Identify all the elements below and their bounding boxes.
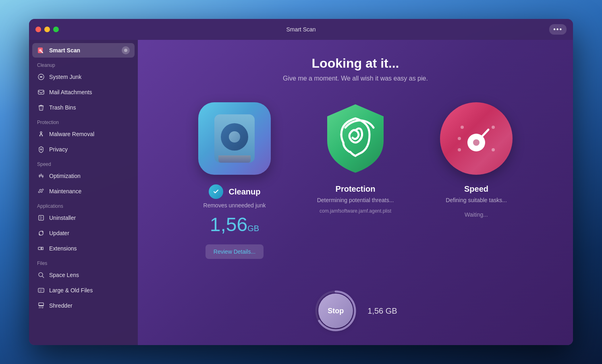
sidebar-large-old-files-label: Large & Old Files bbox=[49, 287, 93, 294]
svg-rect-24 bbox=[39, 303, 44, 306]
svg-point-8 bbox=[39, 135, 41, 136]
section-label-files: Files bbox=[29, 256, 138, 268]
protection-subtitle: Determining potential threats... bbox=[317, 197, 394, 203]
large-old-files-icon bbox=[37, 286, 45, 294]
cleanup-card-title: Cleanup bbox=[229, 187, 261, 196]
section-label-protection: Protection bbox=[29, 116, 138, 127]
svg-line-20 bbox=[42, 276, 44, 278]
section-label-speed: Speed bbox=[29, 157, 138, 169]
svg-point-3 bbox=[124, 49, 127, 52]
system-junk-icon bbox=[37, 73, 45, 81]
svg-point-7 bbox=[40, 132, 42, 133]
trash-bins-icon bbox=[37, 103, 45, 112]
svg-point-33 bbox=[473, 139, 480, 146]
desktop: Smart Scan ••• Smart Scan bbox=[0, 0, 602, 364]
sidebar-item-large-old-files[interactable]: Large & Old Files bbox=[32, 283, 135, 298]
protection-icon-wrapper bbox=[319, 102, 392, 175]
svg-point-9 bbox=[42, 135, 43, 136]
cards-row: Cleanup Removes unneeded junk 1,56GB Rev… bbox=[162, 102, 549, 259]
svg-point-30 bbox=[458, 148, 461, 151]
content-subtitle: Give me a moment. We all wish it was eas… bbox=[283, 75, 428, 82]
bottom-bar: Stop 1,56 GB bbox=[313, 289, 397, 333]
svg-rect-21 bbox=[38, 288, 44, 292]
sidebar-smart-scan-label: Smart Scan bbox=[49, 47, 80, 54]
review-details-button[interactable]: Review Details... bbox=[206, 244, 264, 259]
sidebar-item-smart-scan[interactable]: Smart Scan bbox=[32, 43, 135, 58]
speed-card-title: Speed bbox=[464, 184, 488, 194]
section-label-applications: Applications bbox=[29, 199, 138, 211]
total-size-text: 1,56 GB bbox=[367, 306, 397, 316]
stop-button-wrapper: Stop bbox=[313, 289, 358, 333]
svg-point-19 bbox=[39, 273, 43, 277]
cleanup-size: 1,56GB bbox=[210, 213, 259, 236]
speed-icon-wrapper bbox=[440, 102, 513, 175]
minimize-button[interactable] bbox=[44, 27, 50, 32]
protection-file-hint: com.jamfsoftware.jamf.agent.plist bbox=[320, 208, 391, 214]
content-title: Looking at it... bbox=[312, 56, 399, 71]
more-button[interactable]: ••• bbox=[549, 24, 567, 35]
cleanup-check-icon bbox=[209, 184, 223, 199]
sidebar-extensions-label: Extensions bbox=[49, 245, 77, 252]
updater-icon bbox=[37, 229, 45, 237]
sidebar-item-privacy[interactable]: Privacy bbox=[32, 142, 135, 157]
sidebar-item-extensions[interactable]: Extensions bbox=[32, 241, 135, 256]
malware-removal-icon bbox=[37, 130, 45, 138]
sidebar-optimization-label: Optimization bbox=[49, 173, 81, 179]
svg-point-28 bbox=[492, 126, 495, 129]
smart-scan-icon bbox=[37, 46, 45, 54]
speed-title-row: Speed bbox=[464, 184, 488, 194]
card-cleanup: Cleanup Removes unneeded junk 1,56GB Rev… bbox=[182, 102, 287, 259]
sidebar-item-shredder[interactable]: Shredder bbox=[32, 298, 135, 313]
app-window: Smart Scan ••• Smart Scan bbox=[29, 19, 573, 345]
sidebar-item-system-junk[interactable]: System Junk bbox=[32, 70, 135, 84]
sidebar-malware-removal-label: Malware Removal bbox=[49, 131, 94, 137]
card-protection: Protection Determining potential threats… bbox=[303, 102, 408, 259]
card-speed: Speed Defining suitable tasks... Waiting… bbox=[424, 102, 529, 259]
sidebar-shredder-label: Shredder bbox=[49, 302, 73, 309]
sidebar-uninstaller-label: Uninstaller bbox=[49, 215, 76, 221]
content-area: Looking at it... Give me a moment. We al… bbox=[138, 40, 573, 345]
maintenance-icon bbox=[37, 187, 45, 195]
svg-point-29 bbox=[492, 148, 495, 151]
extensions-icon bbox=[37, 244, 45, 252]
cleanup-title-row: Cleanup bbox=[209, 184, 261, 199]
optimization-icon bbox=[37, 172, 45, 180]
sidebar-item-trash-bins[interactable]: Trash Bins bbox=[32, 100, 135, 115]
sidebar-mail-attachments-label: Mail Attachments bbox=[49, 89, 92, 95]
uninstaller-icon bbox=[37, 214, 45, 222]
speed-subtitle: Defining suitable tasks... bbox=[446, 197, 507, 203]
svg-point-26 bbox=[458, 137, 461, 140]
cleanup-subtitle: Removes unneeded junk bbox=[203, 202, 266, 209]
sidebar-item-space-lens[interactable]: Space Lens bbox=[32, 268, 135, 282]
close-button[interactable] bbox=[35, 27, 41, 32]
sidebar-updater-label: Updater bbox=[49, 230, 69, 236]
sidebar-item-uninstaller[interactable]: Uninstaller bbox=[32, 211, 135, 225]
sidebar-trash-bins-label: Trash Bins bbox=[49, 104, 76, 111]
sidebar-item-malware-removal[interactable]: Malware Removal bbox=[32, 127, 135, 141]
sidebar-maintenance-label: Maintenance bbox=[49, 188, 81, 194]
svg-point-27 bbox=[461, 126, 464, 129]
shredder-icon bbox=[37, 302, 45, 310]
sidebar-item-mail-attachments[interactable]: Mail Attachments bbox=[32, 85, 135, 99]
speed-waiting: Waiting... bbox=[465, 211, 488, 218]
sidebar-space-lens-label: Space Lens bbox=[49, 272, 79, 278]
window-title: Smart Scan bbox=[286, 26, 316, 33]
maximize-button[interactable] bbox=[53, 27, 59, 32]
privacy-icon bbox=[37, 145, 45, 153]
title-bar: Smart Scan ••• bbox=[29, 19, 573, 40]
svg-rect-5 bbox=[38, 90, 44, 94]
progress-ring bbox=[313, 289, 358, 333]
space-lens-icon bbox=[37, 271, 45, 279]
section-label-cleanup: Cleanup bbox=[29, 58, 138, 70]
sidebar-privacy-label: Privacy bbox=[49, 146, 68, 153]
sidebar-item-optimization[interactable]: Optimization bbox=[32, 169, 135, 183]
mail-attachments-icon bbox=[37, 88, 45, 96]
traffic-lights bbox=[35, 27, 59, 32]
sidebar-item-updater[interactable]: Updater bbox=[32, 226, 135, 240]
protection-title-row: Protection bbox=[336, 184, 376, 194]
sidebar: Smart Scan Cleanup bbox=[29, 40, 138, 345]
sidebar-system-junk-label: System Junk bbox=[49, 74, 81, 80]
sidebar-item-maintenance[interactable]: Maintenance bbox=[32, 184, 135, 199]
main-content: Smart Scan Cleanup bbox=[29, 40, 573, 345]
cleanup-icon-wrapper bbox=[198, 102, 271, 175]
